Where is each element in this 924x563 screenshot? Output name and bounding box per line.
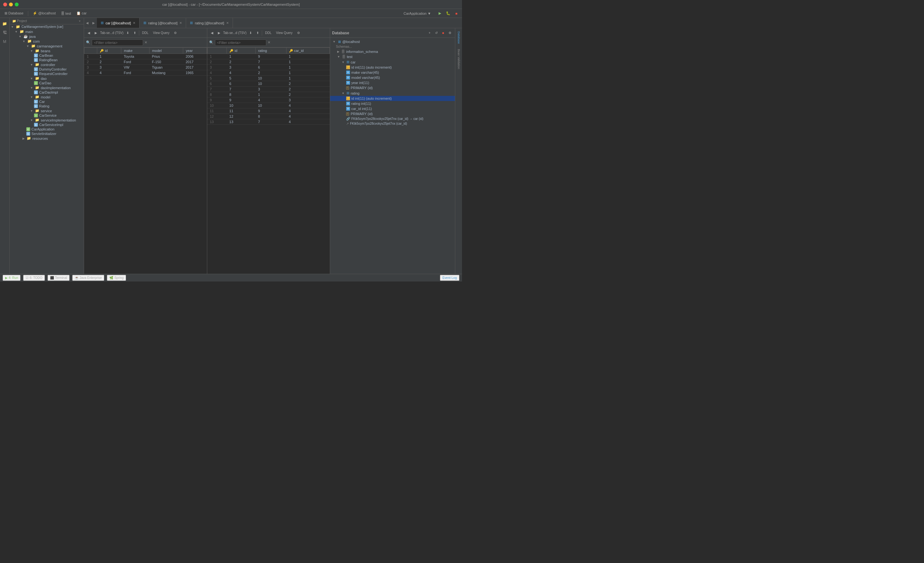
sidebar-service[interactable]: ▼📁 service bbox=[10, 108, 84, 113]
sidebar-serviceimpl[interactable]: ▼📁 serviceImplementation bbox=[10, 118, 84, 123]
sidebar-carbean[interactable]: C CarBean bbox=[10, 53, 84, 58]
sidebar-carapplication[interactable]: C CarApplication bbox=[10, 127, 84, 132]
sidebar-beans[interactable]: ▼📁 beans bbox=[10, 48, 84, 53]
event-log-btn[interactable]: Event Log bbox=[440, 275, 459, 281]
rating-clear-filter-btn[interactable]: ✕ bbox=[268, 40, 270, 45]
run-btn[interactable]: ▶ 4: Run bbox=[3, 275, 21, 281]
sidebar-cardao[interactable]: I CarDao bbox=[10, 81, 84, 85]
table-row[interactable]: 6 6 10 2 bbox=[207, 81, 330, 87]
table-row[interactable]: 1 1 Toyota Prius 2006 bbox=[84, 54, 207, 59]
clear-filter-btn[interactable]: ✕ bbox=[144, 40, 147, 45]
db-refresh-btn[interactable]: ↺ bbox=[434, 30, 439, 35]
database-menu-btn[interactable]: ⊞ Database bbox=[3, 10, 26, 16]
rating-prev-btn[interactable]: ◀ bbox=[209, 30, 215, 35]
sidebar-java[interactable]: ▼☕ java bbox=[10, 34, 84, 39]
terminal-btn[interactable]: ⬛ Terminal bbox=[48, 275, 70, 281]
table-row[interactable]: 4 4 Ford Mustang 1965 bbox=[84, 70, 207, 76]
sidebar-carserviceimpl[interactable]: C CarServiceImpl bbox=[10, 123, 84, 127]
run-config-btn[interactable]: ▶ bbox=[436, 10, 443, 16]
car-id-header[interactable]: 🔑car_id bbox=[286, 48, 330, 54]
tab-next[interactable]: ▶ bbox=[90, 18, 97, 28]
database-vtab[interactable]: Database bbox=[456, 30, 461, 46]
debug-btn[interactable]: 🐛 bbox=[444, 10, 452, 16]
db-rating-fk2[interactable]: ↗ FKtk5oym7po28cvokyv25jet7nx (car_id) bbox=[330, 121, 455, 126]
sidebar-model[interactable]: ▼📁 model bbox=[10, 94, 84, 99]
maximize-button[interactable] bbox=[15, 3, 19, 6]
table-row[interactable]: 12 12 8 4 bbox=[207, 114, 330, 119]
tab-rating1[interactable]: ⊞ rating [@localhost] ✕ bbox=[140, 18, 186, 28]
db-car-model[interactable]: ⊟ model varchar(45) bbox=[330, 75, 455, 80]
db-test[interactable]: ▼ 🗄 test bbox=[330, 54, 455, 59]
upload-btn[interactable]: ⬆ bbox=[132, 30, 138, 35]
table-row[interactable]: 2 2 Ford F-150 2017 bbox=[84, 59, 207, 65]
todo-btn[interactable]: ☑ 6: TODO bbox=[23, 275, 45, 281]
db-localhost[interactable]: ▼ 🖥 @localhost bbox=[330, 39, 455, 44]
table-row[interactable]: 11 11 9 4 bbox=[207, 108, 330, 114]
rating-table-container[interactable]: 🔑id rating 🔑car_id 1 1 9 1 2 2 7 1 3 3 6… bbox=[207, 48, 330, 274]
tab-rating2[interactable]: ⊞ rating [@localhost] ✕ bbox=[186, 18, 232, 28]
db-car-make[interactable]: ⊟ make varchar(45) bbox=[330, 70, 455, 75]
rating-ddl-btn[interactable]: DDL bbox=[263, 30, 273, 35]
rating-id-header[interactable]: 🔑id bbox=[227, 48, 255, 54]
tab-car[interactable]: ⊞ car [@localhost] ✕ bbox=[97, 18, 140, 28]
sidebar-cardaoimpl[interactable]: C CarDaoImpl bbox=[10, 90, 84, 94]
db-rating-rating[interactable]: ⊟ rating int(11) bbox=[330, 101, 455, 106]
table-row[interactable]: 4 4 2 1 bbox=[207, 70, 330, 76]
car-filter-input[interactable] bbox=[92, 39, 143, 46]
project-icon[interactable]: 📁 bbox=[2, 21, 8, 27]
sidebar-carservice[interactable]: I CarService bbox=[10, 113, 84, 118]
make-header[interactable]: make bbox=[121, 48, 150, 54]
car-table-container[interactable]: 🔑id make model year 1 1 Toyota Prius 200… bbox=[84, 48, 207, 274]
rating-download-btn[interactable]: ⬇ bbox=[248, 30, 254, 35]
table-row[interactable]: 2 2 7 1 bbox=[207, 59, 330, 65]
table-row[interactable]: 10 10 10 4 bbox=[207, 103, 330, 108]
ddl-btn[interactable]: DDL bbox=[141, 30, 150, 35]
model-header[interactable]: model bbox=[149, 48, 183, 54]
rating-col-header[interactable]: rating bbox=[255, 48, 286, 54]
db-car-table[interactable]: ▼ ⊞ car bbox=[330, 59, 455, 65]
sidebar-resources[interactable]: ▶📁 resources bbox=[10, 136, 84, 141]
db-rating-fk1[interactable]: 🔗 FKtk5oym7po28cvokyv25jet7nx (car_id) →… bbox=[330, 116, 455, 121]
db-stop-btn[interactable]: ■ bbox=[441, 30, 446, 35]
table-row[interactable]: 8 8 1 2 bbox=[207, 92, 330, 97]
sidebar-daoimpl[interactable]: ▼📁 daoImplementation bbox=[10, 85, 84, 90]
sidebar-main[interactable]: ▼📁 main bbox=[10, 29, 84, 34]
table-row[interactable]: 13 13 7 4 bbox=[207, 119, 330, 125]
settings-btn[interactable]: ⚙ bbox=[172, 30, 178, 35]
db-settings-btn[interactable]: ⚙ bbox=[447, 30, 453, 35]
stop-btn[interactable]: ■ bbox=[453, 10, 459, 16]
db-rating-carid[interactable]: ⊟ car_id int(11) bbox=[330, 106, 455, 111]
sidebar-rating[interactable]: C Rating bbox=[10, 104, 84, 108]
java-enterprise-btn[interactable]: ☕ Java Enterprise bbox=[72, 275, 104, 281]
maven-icon[interactable]: M bbox=[2, 39, 8, 45]
db-rating-table[interactable]: ▼ ⊞ rating bbox=[330, 90, 455, 96]
db-rating-primary[interactable]: ⚿ PRIMARY (id) bbox=[330, 111, 455, 116]
spring-btn[interactable]: 🌿 Spring bbox=[107, 275, 126, 281]
close-button[interactable] bbox=[3, 3, 7, 6]
sidebar-com[interactable]: ▼📁 com bbox=[10, 39, 84, 43]
db-car-year[interactable]: ⊟ year int(11) bbox=[330, 80, 455, 85]
tab-prev[interactable]: ◀ bbox=[84, 18, 90, 28]
test-btn[interactable]: 🗄 test bbox=[59, 11, 73, 16]
table-row[interactable]: 7 7 3 2 bbox=[207, 87, 330, 92]
tab-car-close[interactable]: ✕ bbox=[133, 21, 135, 25]
sidebar-ratingbean[interactable]: C RatingBean bbox=[10, 58, 84, 62]
minimize-button[interactable] bbox=[9, 3, 13, 6]
sidebar-dao[interactable]: ▼📁 dao bbox=[10, 76, 84, 81]
tab-rating2-close[interactable]: ✕ bbox=[226, 21, 229, 25]
prev-btn[interactable]: ◀ bbox=[86, 30, 92, 35]
app-selector[interactable]: CarApplication ▼ bbox=[402, 11, 433, 16]
db-information-schema[interactable]: ▶ 🗄 information_schema bbox=[330, 49, 455, 54]
sidebar-servletinitializer[interactable]: C ServletInitializer bbox=[10, 132, 84, 136]
table-row[interactable]: 9 9 4 3 bbox=[207, 97, 330, 103]
download-btn[interactable]: ⬇ bbox=[125, 30, 130, 35]
sidebar-root[interactable]: ▼📁 CarManagementSystem [car] bbox=[10, 24, 84, 29]
sidebar-carmanagement[interactable]: ▼📁 carmanagement bbox=[10, 43, 84, 48]
db-add-btn[interactable]: + bbox=[427, 30, 432, 35]
rating-settings-btn[interactable]: ⚙ bbox=[296, 30, 302, 35]
db-car-id[interactable]: 🔑 id int(11) (auto increment) bbox=[330, 65, 455, 70]
structure-icon[interactable]: 🏗 bbox=[2, 30, 8, 36]
rating-filter-input[interactable] bbox=[215, 39, 266, 46]
next-btn[interactable]: ▶ bbox=[93, 30, 99, 35]
id-header[interactable]: 🔑id bbox=[97, 48, 121, 54]
